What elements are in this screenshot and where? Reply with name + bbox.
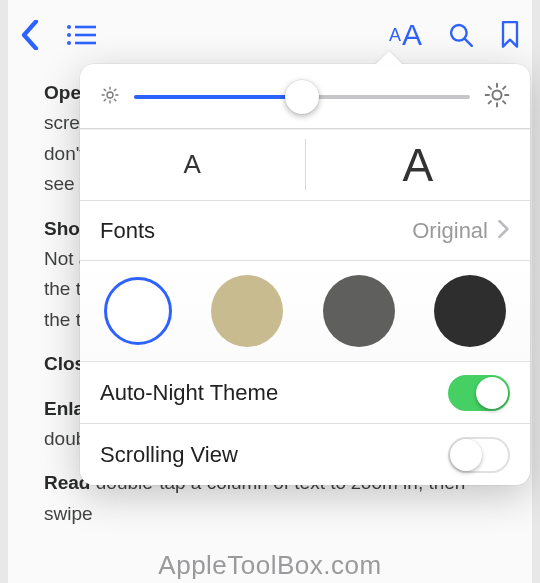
svg-line-15	[104, 99, 106, 101]
watermark: AppleToolBox.com	[8, 550, 532, 581]
toolbar: AA	[8, 8, 532, 62]
svg-rect-5	[75, 42, 96, 45]
theme-row	[80, 260, 530, 361]
scrolling-toggle[interactable]	[448, 437, 510, 473]
theme-gray[interactable]	[323, 275, 395, 347]
theme-night[interactable]	[434, 275, 506, 347]
svg-line-22	[489, 87, 491, 89]
slider-thumb[interactable]	[285, 80, 319, 114]
svg-line-7	[465, 39, 472, 46]
back-icon[interactable]	[20, 20, 40, 50]
font-smaller-button[interactable]: A	[80, 129, 305, 200]
svg-point-4	[67, 41, 71, 45]
brightness-high-icon	[484, 82, 510, 112]
svg-point-8	[107, 92, 113, 98]
font-size-row: A A	[80, 128, 530, 200]
auto-night-label: Auto-Night Theme	[100, 380, 448, 406]
svg-line-13	[104, 89, 106, 91]
auto-night-toggle[interactable]	[448, 375, 510, 411]
font-larger-button[interactable]: A	[306, 129, 531, 200]
auto-night-row: Auto-Night Theme	[80, 361, 530, 423]
appearance-popover: A A Fonts Original Auto-Night Theme Scro…	[80, 64, 530, 485]
scrolling-label: Scrolling View	[100, 442, 448, 468]
scrolling-row: Scrolling View	[80, 423, 530, 485]
bookmark-icon[interactable]	[500, 21, 520, 49]
svg-point-0	[67, 25, 71, 29]
brightness-slider[interactable]	[134, 95, 470, 99]
theme-white[interactable]	[104, 277, 172, 345]
fonts-row[interactable]: Fonts Original	[80, 200, 530, 260]
svg-line-23	[503, 101, 505, 103]
svg-rect-3	[75, 34, 96, 37]
svg-line-24	[489, 101, 491, 103]
contents-icon[interactable]	[66, 23, 96, 47]
svg-line-25	[503, 87, 505, 89]
svg-rect-1	[75, 26, 96, 29]
theme-sepia[interactable]	[211, 275, 283, 347]
brightness-row	[80, 64, 530, 128]
search-icon[interactable]	[448, 22, 474, 48]
brightness-low-icon	[100, 85, 120, 109]
appearance-icon[interactable]: AA	[389, 18, 422, 52]
svg-line-16	[114, 89, 116, 91]
svg-line-14	[114, 99, 116, 101]
svg-point-17	[492, 90, 501, 99]
svg-point-2	[67, 33, 71, 37]
fonts-label: Fonts	[100, 218, 155, 244]
chevron-right-icon	[498, 218, 510, 244]
fonts-value: Original	[412, 218, 488, 244]
